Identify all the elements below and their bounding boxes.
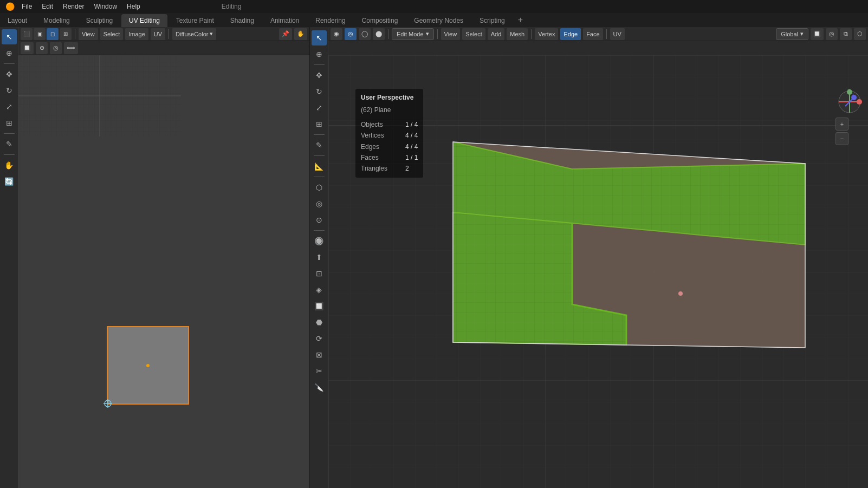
blender-icon: 🟠 [3,0,16,13]
hand-icon[interactable]: ✋ [294,28,307,40]
vp-face-btn[interactable]: Face [583,28,603,40]
view-menu-btn[interactable]: View [79,28,98,40]
proportional-btn[interactable]: ◎ [826,28,838,40]
vertices-value: 4 / 4 [405,130,418,141]
zoom-out-btn[interactable]: − [835,132,848,145]
tab-add-button[interactable]: + [514,13,527,27]
viewport-mode-rendered[interactable]: ◉ [331,28,342,40]
tab-layout[interactable]: Layout [0,14,35,27]
vertices-label: Vertices [361,130,399,141]
edit-mode-arrow-icon: ▾ [426,30,429,37]
svg-text:X: X [857,101,860,105]
separator-2 [169,29,169,39]
vp-tool-extrude[interactable]: ⬆ [312,250,327,265]
vp-select-btn[interactable]: Select [462,28,485,40]
tab-uv-editing[interactable]: UV Editing [121,14,167,27]
vp-tool-rip[interactable]: ✂ [312,363,327,379]
tool-select[interactable]: ↖ [2,29,17,44]
tab-sculpting[interactable]: Sculpting [79,14,120,27]
xray-btn[interactable]: ⬡ [854,28,866,40]
vp-tool-circle-select[interactable]: ◎ [312,196,327,211]
tool-pan[interactable]: 🔄 [2,174,17,189]
vp-tool-transform[interactable]: ⊞ [312,116,327,132]
viewport-tools-sidebar: ↖ ⊕ ✥ ↻ ⤢ ⊞ ✎ 📐 ⬡ ◎ ⊙ 🔘 ⬆ ⊡ ◈ 🔲 ⬣ ⟳ ⊠ ✂ … [310,28,328,488]
uv-mode-btn-4[interactable]: ⊞ [60,28,72,40]
uv-pivot-btn[interactable]: ⊕ [36,42,48,54]
tool-annotate[interactable]: ✎ [2,136,17,152]
edit-mode-dropdown[interactable]: Edit Mode ▾ [392,28,434,40]
vp-tool-spin[interactable]: ⟳ [312,331,327,346]
tool-separator-3 [4,154,15,155]
vp-vertex-btn[interactable]: Vertex [535,28,558,40]
vp-tool-cursor[interactable]: ⊕ [312,47,327,62]
vp-tool-move[interactable]: ✥ [312,68,327,83]
viewport-nav-widget: X Y Z + − [835,88,864,145]
menu-edit[interactable]: Edit [37,0,57,13]
tool-cursor[interactable]: ⊕ [2,45,17,61]
vp-tool-measure[interactable]: 📐 [312,159,327,174]
vp-tool-annotate[interactable]: ✎ [312,138,327,153]
workspace-tabs: Layout Modeling Sculpting UV Editing Tex… [0,13,868,27]
tool-scale[interactable]: ⤢ [2,99,17,114]
tab-scripting[interactable]: Scripting [472,14,513,27]
vp-add-btn[interactable]: Add [488,28,505,40]
vp-tool-smooth[interactable]: 🔘 [312,233,327,249]
uv-snap-btn[interactable]: 🔲 [21,42,34,54]
vp-tool-lasso[interactable]: ⊙ [312,212,327,227]
viewport-mode-solid[interactable]: ◎ [345,28,357,40]
tab-rendering[interactable]: Rendering [308,14,353,27]
tab-animation[interactable]: Animation [263,14,307,27]
vp-tool-loop-cut[interactable]: 🔲 [312,298,327,314]
pin-icon[interactable]: 📌 [279,28,292,40]
vp-view-btn[interactable]: View [441,28,461,40]
vp-mesh-btn[interactable]: Mesh [507,28,528,40]
snap-btn[interactable]: 🔲 [811,28,824,40]
vp-tool-poly-build[interactable]: ⬣ [312,315,327,330]
vp-tool-scale[interactable]: ⤢ [312,100,327,115]
vp-tool-bevel[interactable]: ◈ [312,282,327,297]
viewport-info-overlay: User Perspective (62) Plane Objects 1 / … [355,89,423,178]
tab-geometry-nodes[interactable]: Geometry Nodes [406,14,471,27]
uv-toolbar: ⬛ ▣ ◻ ⊞ View Select Image UV DiffuseColo… [0,27,309,41]
vp-tool-knife[interactable]: 🔪 [312,380,327,395]
viewport-mode-material[interactable]: ⬤ [373,28,385,40]
tool-grab[interactable]: ✋ [2,158,17,173]
vp-tool-inset[interactable]: ⊡ [312,266,327,281]
vp-edge-btn[interactable]: Edge [560,28,581,40]
transform-space-arrow-icon: ▾ [800,30,804,37]
viewport-panel: ◉ ◎ ◯ ⬤ Edit Mode ▾ View Select Add Mesh… [310,27,868,488]
image-menu-btn[interactable]: Image [125,28,148,40]
uv-mode-btn-3[interactable]: ◻ [47,28,59,40]
vp-sep-2 [437,29,438,39]
menu-file[interactable]: File [17,0,36,13]
uv-mirror-btn[interactable]: ⟺ [64,42,78,54]
uv-mode-btn-2[interactable]: ▣ [34,28,46,40]
tab-texture-paint[interactable]: Texture Paint [169,14,222,27]
display-dropdown[interactable]: DiffuseColor ▾ [172,28,216,40]
tab-compositing[interactable]: Compositing [354,14,406,27]
svg-point-22 [678,291,683,296]
vp-uv-btn[interactable]: UV [610,28,625,40]
menu-render[interactable]: Render [59,0,88,13]
viewport-mode-wireframe[interactable]: ◯ [359,28,371,40]
uv-proportional-btn[interactable]: ◎ [50,42,62,54]
vp-tool-rotate[interactable]: ↻ [312,84,327,99]
vp-tool-shrink[interactable]: ⊠ [312,347,327,362]
tool-rotate[interactable]: ↻ [2,83,17,98]
menu-window[interactable]: Window [89,0,121,13]
tab-modeling[interactable]: Modeling [36,14,77,27]
tool-transform[interactable]: ⊞ [2,115,17,131]
vp-tool-box-select[interactable]: ⬡ [312,180,327,195]
tab-shading[interactable]: Shading [223,14,262,27]
transform-space-dropdown[interactable]: Global ▾ [776,28,808,40]
uv-menu-btn[interactable]: UV [151,28,165,40]
editing-label: Editing [222,3,242,10]
select-menu-btn[interactable]: Select [100,28,124,40]
menu-help[interactable]: Help [122,0,145,13]
overlay-btn[interactable]: ⧉ [840,28,852,40]
uv-mode-btn-1[interactable]: ⬛ [21,28,33,40]
zoom-in-btn[interactable]: + [835,118,848,131]
nav-gizmo-sphere[interactable]: X Y Z [835,88,864,116]
vp-tool-select[interactable]: ↖ [312,30,327,45]
tool-move[interactable]: ✥ [2,67,17,82]
